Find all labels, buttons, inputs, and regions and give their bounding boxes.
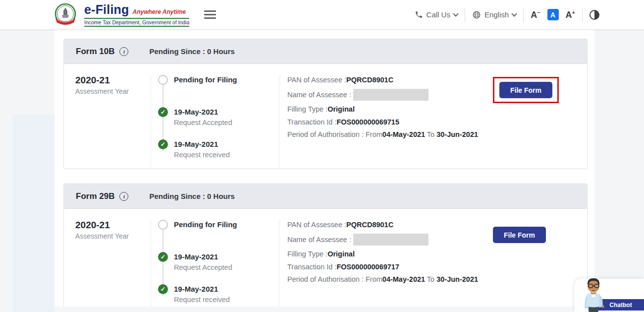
timeline-step-received: ✓ 19-May-2021 Request received: [158, 284, 279, 304]
divider: [465, 7, 465, 22]
name-row: Name of Assessee :: [287, 234, 493, 246]
pending-circle-icon: [158, 75, 168, 85]
top-header: e-Filing Anywhere Anytime Income Tax Dep…: [0, 0, 644, 30]
divider: [523, 7, 524, 22]
font-decrease-button[interactable]: A−: [531, 10, 540, 19]
main-content: Form 10B i Pending Since : 0 Hours 2020-…: [54, 30, 594, 307]
assessment-year-value: 2020-21: [75, 220, 151, 231]
status-timeline: Pending for Filing ✓ 19-May-2021 Request…: [151, 220, 279, 307]
redacted-name: [353, 89, 429, 101]
pending-since-text: Pending Since : 0 Hours: [149, 192, 235, 200]
form-details: PAN of Assessee : PQRCD8901C Name of Ass…: [279, 220, 493, 307]
chevron-down-icon: [453, 11, 458, 16]
brand-tagline: Anywhere Anytime: [132, 8, 186, 15]
font-increase-button[interactable]: A+: [566, 10, 575, 19]
income-tax-emblem-icon: [54, 3, 77, 27]
font-normal-button[interactable]: A: [547, 9, 559, 20]
filling-type-row: Filling Type : Original: [287, 105, 493, 113]
form-title: Form 10B: [76, 47, 114, 57]
file-form-button[interactable]: File Form: [499, 82, 552, 98]
timeline-step-accepted: ✓ 19-May-2021 Request Accepted: [158, 107, 279, 126]
form-card-10b: Form 10B i Pending Since : 0 Hours 2020-…: [63, 39, 588, 169]
assessment-year-label: Assessment Year: [75, 232, 151, 240]
info-icon[interactable]: i: [119, 192, 128, 201]
check-circle-icon: ✓: [158, 139, 168, 149]
form-card-29b: Form 29B i Pending Since : 0 Hours 2020-…: [63, 184, 588, 307]
form-details: PAN of Assessee : PQRCD8901C Name of Ass…: [279, 75, 493, 169]
call-us-label: Call Us: [427, 10, 450, 19]
status-timeline: Pending for Filing ✓ 19-May-2021 Request…: [151, 75, 279, 169]
check-circle-icon: ✓: [158, 252, 168, 262]
name-row: Name of Assessee :: [287, 89, 493, 101]
pending-circle-icon: [158, 220, 168, 230]
info-icon[interactable]: i: [119, 47, 128, 56]
transaction-row: Transaction Id : FOS000000069717: [287, 263, 493, 271]
divider: [582, 7, 583, 22]
timeline-step-accepted: ✓ 19-May-2021 Request Accepted: [158, 252, 279, 271]
brand-subtitle: Income Tax Department, Government of Ind…: [84, 18, 189, 27]
form-title: Form 29B: [76, 191, 114, 201]
filling-type-row: Filling Type : Original: [287, 250, 493, 258]
globe-icon: [472, 10, 481, 19]
pending-since-text: Pending Since : 0 Hours: [149, 47, 235, 56]
pan-row: PAN of Assessee : PQRCD8901C: [287, 76, 493, 84]
period-row: Period of Authorisation : From 04-May-20…: [287, 130, 493, 138]
assessment-year-label: Assessment Year: [75, 87, 151, 95]
chatbot-label: Chatbot: [609, 302, 632, 309]
redacted-name: [353, 234, 429, 246]
chevron-down-icon: [511, 11, 517, 16]
contrast-toggle-icon[interactable]: [590, 10, 599, 20]
language-label: English: [484, 10, 509, 19]
pan-row: PAN of Assessee : PQRCD8901C: [287, 221, 493, 229]
file-form-button[interactable]: File Form: [493, 227, 546, 243]
card-header: Form 10B i Pending Since : 0 Hours: [64, 39, 587, 64]
timeline-step-received: ✓ 19-May-2021 Request received: [158, 139, 279, 159]
language-menu[interactable]: English: [472, 10, 516, 19]
check-circle-icon: ✓: [158, 284, 168, 294]
call-us-menu[interactable]: Call Us: [415, 10, 458, 19]
transaction-row: Transaction Id : FOS000000069715: [287, 118, 493, 126]
chatbot-mascot-icon: [583, 275, 605, 312]
efiling-logo[interactable]: e-Filing Anywhere Anytime Income Tax Dep…: [54, 2, 189, 27]
timeline-step-pending: Pending for Filing: [158, 75, 279, 85]
check-circle-icon: ✓: [158, 107, 168, 117]
timeline-step-pending: Pending for Filing: [158, 220, 279, 230]
hamburger-menu-icon[interactable]: [204, 8, 216, 21]
period-row: Period of Authorisation : From 04-May-20…: [287, 275, 493, 283]
background-tint: [12, 114, 54, 312]
assessment-year-value: 2020-21: [75, 75, 151, 86]
brand-name: e-Filing: [84, 2, 129, 17]
phone-icon: [415, 10, 423, 19]
card-header: Form 29B i Pending Since : 0 Hours: [64, 184, 587, 209]
chatbot-panel: Chatbot: [575, 279, 644, 312]
annotation-highlight-box: File Form: [493, 77, 559, 103]
